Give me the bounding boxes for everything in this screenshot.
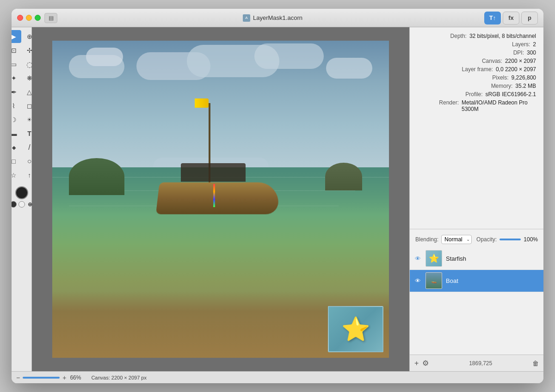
info-memory-row: Memory: 35.2 MB (417, 83, 536, 89)
canvas-area[interactable]: ⭐ (32, 27, 409, 371)
opacity-label: Opacity: (476, 236, 497, 243)
layer-frame-value: 0,0 2200 × 2097 (496, 66, 536, 73)
depth-label: Depth: (425, 33, 467, 39)
info-pixels-row: Pixels: 9,226,800 (417, 74, 536, 81)
starfish-preview: ⭐ (328, 306, 383, 352)
layer-eye-starfish[interactable]: 👁 (413, 254, 422, 263)
pen-tool[interactable]: ✒ (12, 86, 21, 98)
memory-value: 35.2 MB (515, 83, 536, 89)
zoom-slider[interactable] (23, 377, 60, 379)
cloud-6 (326, 58, 372, 79)
sidebar-toggle-button[interactable]: ▤ (44, 13, 57, 23)
titlebar-center: A LayerMask1.acorn (65, 14, 481, 22)
layer-item-boat[interactable]: 👁 🚤 Boat (410, 270, 543, 292)
blending-mode-select[interactable]: Normal Multiply Screen Overlay (441, 235, 472, 244)
minimize-button[interactable] (26, 15, 32, 21)
layer-thumb-starfish: ⭐ (426, 250, 442, 267)
main-content: ▶ ⊕ ⊡ ✢ ▭ ◌ ✦ ❋ ✒ △ ⌇ ◻ (12, 27, 543, 371)
right-panel: Depth: 32 bits/pixel, 8 bits/channel Lay… (409, 27, 543, 371)
gradient-tool[interactable]: ▬ (12, 127, 21, 140)
layer-name-boat: Boat (446, 277, 540, 284)
blending-row: Blending: Normal Multiply Screen Overlay… (410, 231, 543, 248)
pixels-label: Pixels: (467, 74, 509, 81)
cloud-2 (86, 48, 123, 66)
info-panel: Depth: 32 bits/pixel, 8 bits/channel Lay… (410, 27, 543, 120)
opacity-slider[interactable] (500, 239, 521, 240)
memory-label: Memory: (471, 83, 512, 89)
canvas-value: 2200 × 2097 (505, 58, 536, 64)
status-bar: − + 66% Canvas: 2200 × 2097 px (12, 371, 543, 383)
bezier-tool[interactable]: ◆ (12, 141, 21, 154)
canvas-info: Canvas: 2200 × 2097 px (91, 375, 147, 380)
separator-1 (410, 229, 543, 229)
toolbar: ▶ ⊕ ⊡ ✢ ▭ ◌ ✦ ❋ ✒ △ ⌇ ◻ (12, 27, 32, 371)
island-left (69, 158, 124, 195)
info-depth-row: Depth: 32 bits/pixel, 8 bits/channel (417, 33, 536, 39)
layers-count: 1869,725 (432, 360, 529, 367)
add-layer-button[interactable]: + (414, 359, 419, 368)
dodge-tool[interactable]: ☽ (12, 113, 21, 126)
star-shape-tool[interactable]: ☆ (12, 169, 21, 182)
layer-frame-label: Layer frame: (451, 66, 493, 73)
crop-tool[interactable]: ⊡ (12, 44, 21, 57)
titlebar: ▤ A LayerMask1.acorn T↑ fx p (12, 9, 543, 27)
island-right (325, 163, 362, 190)
layers-label: Layers: (488, 41, 530, 48)
foreground-color-swatch[interactable] (15, 186, 28, 199)
zoom-out-button[interactable]: − (16, 374, 20, 381)
canvas-image: ⭐ (52, 41, 389, 358)
starfish-thumb-icon: ⭐ (429, 253, 439, 263)
main-window: ▤ A LayerMask1.acorn T↑ fx p ▶ ⊕ ⊡ ✢ ▭ ◌ (12, 9, 543, 383)
layer-settings-button[interactable]: ⚙ (422, 359, 429, 368)
boat-flag (195, 98, 209, 108)
magic-wand-tool[interactable]: ✦ (12, 72, 21, 85)
canvas-label: Canvas: (461, 58, 502, 64)
depth-value: 32 bits/pixel, 8 bits/channel (469, 33, 536, 39)
zoom-in-button[interactable]: + (62, 374, 66, 381)
blending-mode-select-wrap[interactable]: Normal Multiply Screen Overlay (441, 235, 472, 244)
color-swatch-small-dark[interactable] (12, 201, 17, 208)
dpi-label: DPI: (482, 49, 524, 56)
paint-brush-tool[interactable]: ⌇ (12, 99, 21, 112)
color-swatch-small-light[interactable] (18, 201, 25, 208)
info-render-row: Render: Metal/IO/AMD Radeon Pro 5300M (417, 99, 536, 112)
traffic-lights (17, 15, 41, 21)
delete-layer-button[interactable]: 🗑 (532, 360, 539, 367)
sidebar-toggle-icon: ▤ (49, 15, 54, 21)
info-layerframe-row: Layer frame: 0,0 2200 × 2097 (417, 66, 536, 73)
fx-button[interactable]: fx (503, 12, 519, 24)
text-tool-button[interactable]: T↑ (484, 12, 501, 24)
info-layers-row: Layers: 2 (417, 41, 536, 48)
opacity-value: 100% (524, 236, 538, 243)
window-title: LayerMask1.acorn (253, 14, 302, 21)
maximize-button[interactable] (35, 15, 41, 21)
blending-label: Blending: (415, 236, 438, 243)
titlebar-action-buttons: T↑ fx p (484, 12, 538, 24)
info-canvas-row: Canvas: 2200 × 2097 (417, 58, 536, 64)
spacer (410, 120, 543, 227)
cloud-5 (254, 43, 324, 69)
layers-value: 2 (533, 41, 536, 48)
close-button[interactable] (17, 15, 23, 21)
boat-ribbons (213, 184, 215, 207)
layers-footer: + ⚙ 1869,725 🗑 (410, 355, 543, 371)
layer-name-starfish: Starfish (446, 255, 540, 262)
rect-select-tool[interactable]: ▭ (12, 58, 21, 71)
info-dpi-row: DPI: 300 (417, 49, 536, 56)
pixels-value: 9,226,800 (512, 74, 536, 81)
rect-shape-tool[interactable]: □ (12, 155, 21, 168)
layer-item-starfish[interactable]: 👁 ⭐ Starfish (410, 248, 543, 270)
layer-eye-boat[interactable]: 👁 (413, 276, 422, 285)
info-profile-row: Profile: sRGB IEC61966-2.1 (417, 91, 536, 98)
render-label: Render: (417, 99, 459, 106)
layer-thumb-boat: 🚤 (426, 272, 442, 289)
select-tool[interactable]: ▶ (12, 30, 21, 43)
boat-thumb-icon: 🚤 (431, 278, 437, 283)
profile-value: sRGB IEC61966-2.1 (486, 91, 536, 98)
boat-hull (156, 183, 280, 214)
dpi-value: 300 (527, 49, 536, 56)
p-button[interactable]: p (521, 12, 538, 24)
boat-canopy (181, 163, 246, 182)
profile-label: Profile: (441, 91, 483, 98)
starfish-emoji: ⭐ (341, 316, 370, 343)
